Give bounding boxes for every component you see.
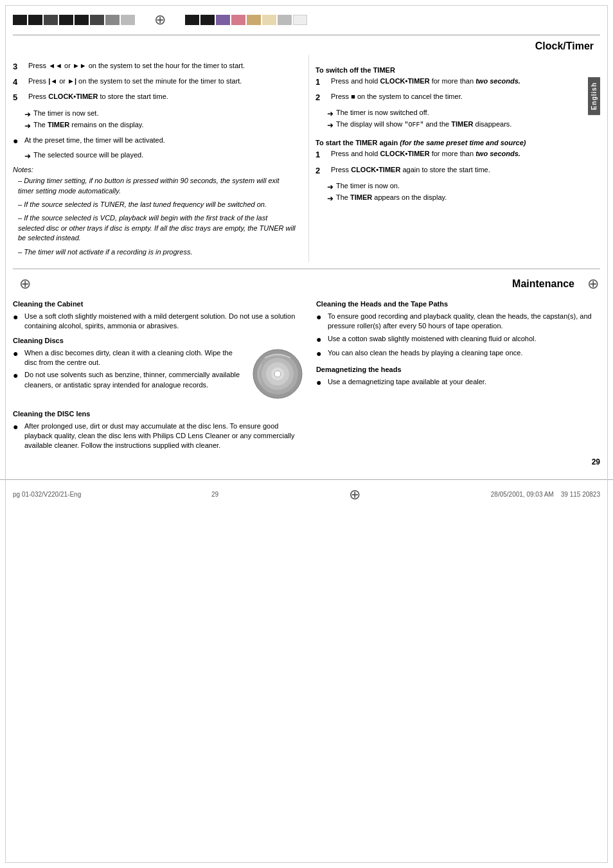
bottom-left-col: Cleaning the Cabinet ● Use a soft cloth … (13, 295, 303, 455)
timer-word-sa: TIMER (355, 139, 377, 146)
start-again-step-1-content: Press and hold CLOCK•TIMER for more than… (331, 149, 598, 161)
compass-icon-bottom: ⊕ (349, 486, 360, 503)
page-num-value: 29 (592, 457, 600, 466)
bullet-icon-dl1: ● (13, 421, 21, 434)
cleaning-heads-heading: Cleaning the Heads and the Tape Paths (316, 300, 600, 308)
maintenance-title: Maintenance (512, 278, 574, 296)
arrow-icon-1: ➜ (24, 110, 31, 119)
switch-off-arrow-2: ➜ The display will show "OFF" and the TI… (327, 120, 598, 130)
notes-title: Notes: (13, 166, 296, 173)
arrow-icon-sa1: ➜ (327, 182, 333, 191)
bullet-1: ● At the preset time, the timer will be … (13, 136, 296, 148)
clock-timer-btn-5: CLOCK•TIMER (48, 93, 98, 100)
demagnetizing-item-1: ● Use a demagnetizing tape available at … (316, 377, 600, 389)
cleaning-disc-lens-text-1: After prolonged use, dirt or dust may ac… (24, 421, 303, 451)
step-3: 3 Press ◄◄ or ►► on the system to set th… (13, 61, 296, 73)
step-4-content: Press |◄ or ►| on the system to set the … (28, 76, 296, 88)
footer-right-text: 28/05/2001, 09:03 AM 39 115 20823 (491, 491, 600, 498)
step-5: 5 Press CLOCK•TIMER to store the start t… (13, 92, 296, 103)
switch-off-arrow-1: ➜ The timer is now switched off. (327, 109, 598, 118)
arrow-icon-2: ➜ (24, 121, 31, 130)
cleaning-disc-lens-item-1: ● After prolonged use, dirt or dust may … (13, 421, 303, 451)
step-3-content: Press ◄◄ or ►► on the system to set the … (28, 61, 296, 73)
bullet-list: ● At the preset time, the timer will be … (13, 136, 296, 148)
step5-arrow-1: ➜ The timer is now set. (24, 109, 296, 119)
switch-off-arrow-1-text: The timer is now switched off. (336, 109, 429, 116)
note-4: – The timer will not activate if a recor… (13, 247, 296, 257)
switch-off-num-2: 2 (315, 92, 328, 103)
switch-off-num-1: 1 (315, 76, 328, 88)
step5-arrow-1-text: The timer is now set. (33, 109, 98, 117)
start-again-num-2: 2 (315, 165, 328, 177)
strip-r3 (216, 15, 230, 25)
cleaning-heads-item-3: ● You can also clean the heads by playin… (316, 348, 600, 360)
bullet-icon-cd1: ● (13, 348, 21, 360)
footer-date: 28/05/2001, 09:03 AM (491, 491, 554, 498)
note-1: – During timer setting, if no button is … (13, 176, 296, 196)
bottom-columns: Cleaning the Cabinet ● Use a soft cloth … (13, 295, 600, 455)
cleaning-disc-lens-list: ● After prolonged use, dirt or dust may … (13, 421, 303, 451)
bullet-icon-1: ● (13, 135, 21, 148)
compass-icon-right: ⊕ (587, 276, 599, 292)
strip-5 (75, 15, 89, 25)
switch-off-steps: 1 Press and hold CLOCK•TIMER for more th… (315, 76, 598, 103)
arrow-icon-so2: ➜ (327, 121, 333, 130)
switch-off-arrow-2-text: The display will show "OFF" and the TIME… (336, 120, 511, 128)
step-4-number: 4 (13, 76, 26, 88)
bullet-icon-ch3: ● (316, 348, 324, 360)
start-again-arrow-1: ➜ The timer is now on. (327, 182, 598, 191)
step-4: 4 Press |◄ or ►| on the system to set th… (13, 76, 296, 88)
english-tab: English (588, 77, 600, 115)
start-again-arrow-1-text: The timer is now on. (336, 182, 400, 190)
strip-r2 (200, 15, 215, 25)
strip-1 (13, 15, 27, 25)
arrow-icon-sa2: ➜ (327, 194, 333, 203)
cleaning-heads-text-2: Use a cotton swab slightly moistened wit… (328, 334, 537, 344)
bullet-icon-dm1: ● (316, 376, 324, 389)
cleaning-discs-text-1: When a disc becomes dirty, clean it with… (24, 348, 245, 368)
footer-left-text: pg 01-032/V220/21-Eng (13, 491, 81, 498)
strip-3 (44, 15, 58, 25)
strip-6 (90, 15, 104, 25)
timer-word-off: TIMER (373, 66, 395, 74)
svg-point-5 (274, 371, 281, 377)
cleaning-cabinet-text-1: Use a soft cloth slightly moistened with… (24, 312, 303, 332)
strip-r1 (185, 15, 199, 25)
cleaning-heads-list: ● To ensure good recording and playback … (316, 312, 600, 360)
notes-section: Notes: – During timer setting, if no but… (13, 166, 296, 257)
strip-7 (105, 15, 120, 25)
cleaning-heads-item-2: ● Use a cotton swab slightly moistened w… (316, 334, 600, 346)
main-content: 3 Press ◄◄ or ►► on the system to set th… (0, 55, 613, 262)
demagnetizing-list: ● Use a demagnetizing tape available at … (316, 377, 600, 389)
bullet-icon-cc1: ● (13, 311, 21, 324)
start-again-step-2: 2 Press CLOCK•TIMER again to store the s… (315, 165, 598, 177)
bullet-icon-ch1: ● (316, 311, 324, 324)
switch-off-heading: To switch off the TIMER (315, 66, 598, 74)
step-5-content: Press CLOCK•TIMER to store the start tim… (28, 92, 296, 103)
start-again-steps: 1 Press and hold CLOCK•TIMER for more th… (315, 149, 598, 176)
bullet-icon-ch2: ● (316, 333, 324, 346)
cleaning-heads-item-1: ● To ensure good recording and playback … (316, 312, 600, 332)
switch-off-step-2: 2 Press ■ on the system to cancel the ti… (315, 92, 598, 103)
bottom-section: ⊕ Maintenance ⊕ Cleaning the Cabinet ● U… (0, 269, 613, 455)
clock-timer-btn-sa2: CLOCK•TIMER (351, 166, 400, 173)
steps-list: 3 Press ◄◄ or ►► on the system to set th… (13, 61, 296, 104)
switch-off-step-1: 1 Press and hold CLOCK•TIMER for more th… (315, 76, 598, 88)
left-column: 3 Press ◄◄ or ►► on the system to set th… (13, 55, 308, 262)
start-again-step-1: 1 Press and hold CLOCK•TIMER for more th… (315, 149, 598, 161)
arrow-icon-3: ➜ (24, 152, 31, 161)
step-3-number: 3 (13, 61, 26, 73)
start-again-arrow-2: ➜ The TIMER appears on the display. (327, 193, 598, 203)
strip-8 (121, 15, 135, 25)
right-column: To switch off the TIMER 1 Press and hold… (308, 55, 598, 262)
start-again-section: To start the TIMER again (for the same p… (315, 139, 598, 202)
bullet-icon-cd2: ● (13, 369, 21, 382)
start-again-num-1: 1 (315, 149, 328, 161)
cleaning-cabinet-list: ● Use a soft cloth slightly moistened wi… (13, 312, 303, 332)
cleaning-discs-heading: Cleaning Discs (13, 337, 303, 344)
cleaning-disc-lens-heading: Cleaning the DISC lens (13, 410, 303, 418)
note-3: – If the source selected is VCD, playbac… (13, 213, 296, 243)
start-again-arrow-2-text: The TIMER appears on the display. (336, 193, 447, 201)
page-footer: pg 01-032/V220/21-Eng 29 ⊕ 28/05/2001, 0… (0, 479, 613, 509)
off-display: "OFF" (404, 121, 423, 128)
